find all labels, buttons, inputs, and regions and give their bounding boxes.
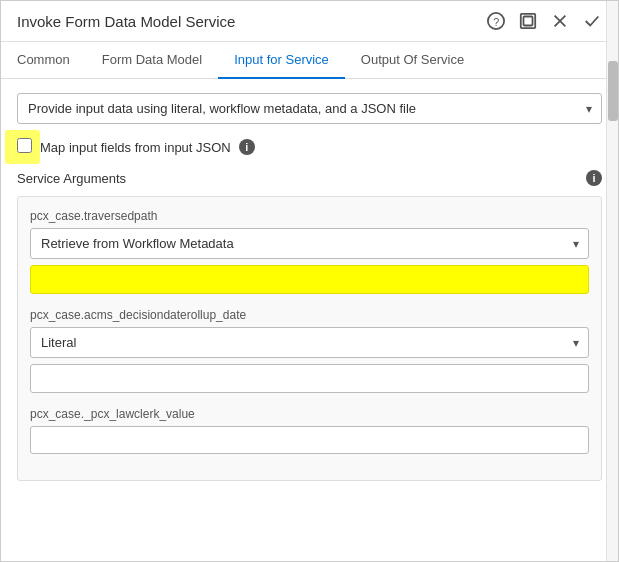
field-label-acms-date: pcx_case.acms_decisiondaterollup_date bbox=[30, 308, 589, 322]
dialog-content-area: Provide input data using literal, workfl… bbox=[1, 79, 618, 561]
field-traversedpath: pcx_case.traversedpath Retrieve from Wor… bbox=[30, 209, 589, 294]
map-input-json-checkbox[interactable] bbox=[17, 138, 32, 153]
check-icon[interactable] bbox=[582, 11, 602, 31]
tab-output-of-service[interactable]: Output Of Service bbox=[345, 42, 480, 79]
svg-text:?: ? bbox=[493, 16, 499, 28]
scrollbar-thumb[interactable] bbox=[608, 79, 618, 121]
tab-bar: Common Form Data Model Input for Service… bbox=[1, 42, 618, 79]
acms-date-dropdown-wrapper: Literal Retrieve from Workflow Metadata … bbox=[30, 327, 589, 358]
checkbox-highlight bbox=[17, 138, 32, 156]
traversedpath-dropdown-wrapper: Retrieve from Workflow Metadata Literal … bbox=[30, 228, 589, 259]
field-lawclerk: pcx_case._pcx_lawclerk_value bbox=[30, 407, 589, 454]
dialog-icons: ? bbox=[486, 11, 602, 31]
service-arguments-block: pcx_case.traversedpath Retrieve from Wor… bbox=[17, 196, 602, 481]
traversedpath-input[interactable] bbox=[30, 265, 589, 294]
dialog-header: Invoke Form Data Model Service ? bbox=[1, 1, 618, 42]
map-json-info-icon[interactable]: i bbox=[239, 139, 255, 155]
svg-rect-3 bbox=[524, 17, 533, 26]
field-label-traversedpath: pcx_case.traversedpath bbox=[30, 209, 589, 223]
help-icon[interactable]: ? bbox=[486, 11, 506, 31]
input-method-row: Provide input data using literal, workfl… bbox=[17, 93, 602, 124]
map-input-fields-row: Map input fields from input JSON i bbox=[17, 138, 602, 156]
acms-date-dropdown[interactable]: Literal Retrieve from Workflow Metadata bbox=[30, 327, 589, 358]
input-method-dropdown[interactable]: Provide input data using literal, workfl… bbox=[17, 93, 602, 124]
tab-input-for-service[interactable]: Input for Service bbox=[218, 42, 345, 79]
minimize-icon[interactable] bbox=[518, 11, 538, 31]
service-arguments-info-icon[interactable]: i bbox=[586, 170, 602, 186]
dialog-title: Invoke Form Data Model Service bbox=[17, 13, 235, 30]
close-icon[interactable] bbox=[550, 11, 570, 31]
tab-common[interactable]: Common bbox=[17, 42, 86, 79]
service-arguments-header: Service Arguments i bbox=[17, 170, 602, 186]
input-method-dropdown-wrapper: Provide input data using literal, workfl… bbox=[17, 93, 602, 124]
tab-form-data-model[interactable]: Form Data Model bbox=[86, 42, 218, 79]
field-acms-date: pcx_case.acms_decisiondaterollup_date Li… bbox=[30, 308, 589, 393]
field-label-lawclerk: pcx_case._pcx_lawclerk_value bbox=[30, 407, 589, 421]
scrollbar-track[interactable] bbox=[606, 79, 618, 561]
main-scroll-area: Provide input data using literal, workfl… bbox=[1, 79, 618, 561]
traversedpath-dropdown[interactable]: Retrieve from Workflow Metadata Literal bbox=[30, 228, 589, 259]
service-arguments-title: Service Arguments bbox=[17, 171, 126, 186]
acms-date-input[interactable] bbox=[30, 364, 589, 393]
invoke-form-dialog: Invoke Form Data Model Service ? bbox=[0, 0, 619, 562]
checkbox-label: Map input fields from input JSON bbox=[40, 140, 231, 155]
